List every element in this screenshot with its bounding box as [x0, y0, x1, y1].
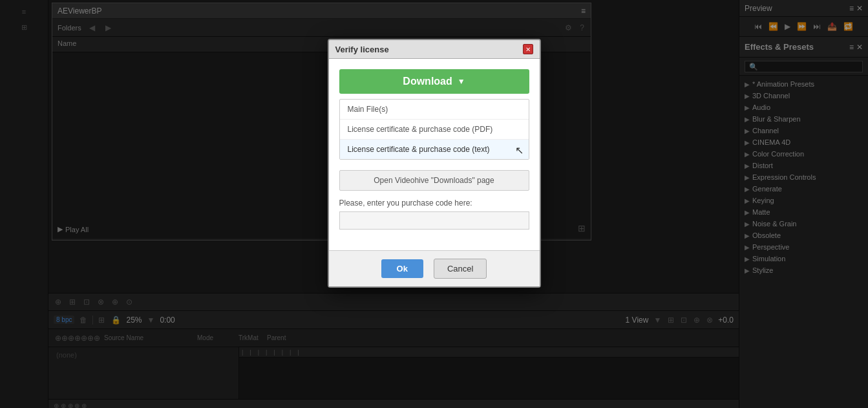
close-icon: ✕ — [525, 46, 531, 53]
verify-license-dialog: Verify license ✕ Download ▼ Main File(s) — [328, 39, 541, 288]
dropdown-item-main-files[interactable]: Main File(s) — [340, 100, 529, 120]
purchase-code-input[interactable] — [339, 211, 529, 230]
dropdown-item-label: License certificate & purchase code (tex… — [348, 145, 490, 154]
open-videohive-button[interactable]: Open Videohive "Downloads" page — [339, 170, 529, 191]
dialog-footer: Ok Cancel — [329, 250, 540, 286]
open-videohive-label: Open Videohive "Downloads" page — [374, 176, 494, 185]
ok-button[interactable]: Ok — [381, 259, 423, 278]
app-container: ≡ ⊞ AEViewerBP ≡ Folders ◀ ▶ ⚙ ? Name ▶ … — [0, 0, 868, 408]
download-dropdown: Main File(s) License certificate & purch… — [339, 99, 529, 160]
dropdown-item-license-pdf[interactable]: License certificate & purchase code (PDF… — [340, 120, 529, 140]
dropdown-item-label: Main File(s) — [348, 105, 388, 114]
download-button[interactable]: Download ▼ — [339, 69, 529, 94]
download-dropdown-arrow: ▼ — [458, 77, 465, 86]
cancel-button[interactable]: Cancel — [434, 259, 487, 279]
cursor-indicator: ↖ — [515, 144, 524, 156]
dialog-body: Download ▼ Main File(s) License certific… — [329, 59, 540, 250]
ok-label: Ok — [397, 264, 408, 274]
purchase-code-label: Please, enter you purchase code here: — [339, 199, 529, 208]
cancel-label: Cancel — [447, 264, 473, 274]
dialog-close-button[interactable]: ✕ — [523, 44, 533, 54]
dropdown-item-license-text[interactable]: License certificate & purchase code (tex… — [340, 140, 529, 159]
modal-overlay: Verify license ✕ Download ▼ Main File(s) — [0, 0, 868, 408]
download-label: Download — [403, 76, 452, 87]
dialog-title: Verify license — [335, 45, 389, 54]
dropdown-item-label: License certificate & purchase code (PDF… — [348, 125, 493, 134]
dialog-titlebar: Verify license ✕ — [329, 40, 540, 59]
